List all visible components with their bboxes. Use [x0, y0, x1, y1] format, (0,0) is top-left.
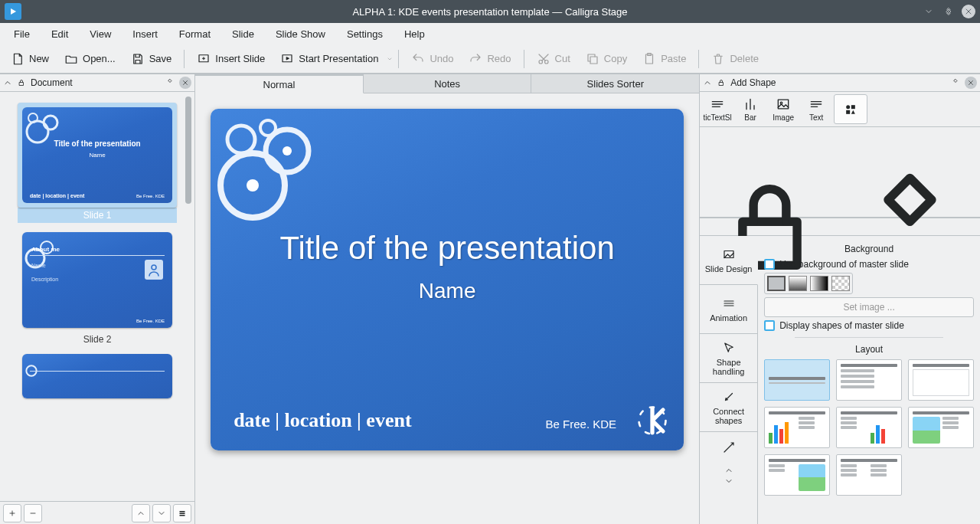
- add-slide-button[interactable]: [3, 504, 21, 522]
- new-button[interactable]: New: [5, 49, 55, 69]
- toolbar: New Open... Save Insert Slide Start Pres…: [0, 44, 980, 74]
- slide-menu-button[interactable]: [173, 504, 191, 522]
- tab-normal[interactable]: Normal: [195, 74, 364, 93]
- panel-close-button[interactable]: [965, 77, 977, 89]
- layout-title-content[interactable]: [836, 359, 902, 401]
- insert-slide-button[interactable]: Insert Slide: [191, 49, 271, 69]
- lock-icon[interactable]: [17, 78, 26, 87]
- addshape-header: Add Shape: [700, 74, 980, 92]
- svg-marker-3: [287, 57, 289, 59]
- svg-point-25: [283, 146, 292, 156]
- start-presentation-button[interactable]: Start Presentation: [274, 49, 384, 69]
- view-tabs: Normal Notes Slides Sorter: [195, 74, 699, 93]
- more-shapes-button[interactable]: [834, 94, 867, 124]
- tab-animation[interactable]: Animation: [700, 285, 757, 334]
- paste-button[interactable]: Paste: [636, 49, 692, 69]
- use-master-bg-checkbox[interactable]: Use background of master slide: [764, 259, 974, 270]
- scroll-down-icon[interactable]: [724, 477, 733, 486]
- slide-thumb-2[interactable]: About me Name Description Be Free. KDE S…: [5, 224, 190, 346]
- svg-point-22: [227, 126, 255, 153]
- open-button[interactable]: Open...: [58, 49, 122, 69]
- lock-icon[interactable]: [717, 78, 726, 87]
- minimize-button[interactable]: [922, 5, 936, 18]
- addshape-title: Add Shape: [730, 77, 776, 88]
- collapse-icon[interactable]: [703, 78, 712, 87]
- delete-button[interactable]: Delete: [705, 49, 765, 69]
- menu-file[interactable]: File: [3, 25, 41, 43]
- float-icon[interactable]: [165, 78, 175, 87]
- slide-thumb-1[interactable]: Title of the presentation Name date | lo…: [5, 95, 190, 224]
- bar-shape-button[interactable]: Bar: [735, 94, 766, 124]
- menu-format[interactable]: Format: [168, 25, 221, 43]
- slide-thumb-3[interactable]: [5, 346, 190, 400]
- redo-button[interactable]: Redo: [462, 49, 517, 69]
- artistic-text-button[interactable]: ticTextSl: [702, 94, 733, 124]
- svg-point-30: [846, 105, 850, 109]
- slide-footer-right[interactable]: Be Free. KDE: [546, 418, 617, 431]
- scroll-up-icon[interactable]: [724, 466, 733, 475]
- text-shape-button[interactable]: Text: [801, 94, 831, 124]
- tab-connect-shapes[interactable]: Connect shapes: [700, 383, 757, 432]
- slide-panel-title: Document: [31, 77, 73, 88]
- tab-more[interactable]: [700, 432, 757, 463]
- tab-notes[interactable]: Notes: [364, 74, 532, 93]
- swatch-gradient-2[interactable]: [810, 276, 828, 291]
- save-button[interactable]: Save: [125, 49, 178, 69]
- swatch-gradient[interactable]: [789, 276, 807, 291]
- menu-view[interactable]: View: [79, 25, 122, 43]
- tab-shape-handling[interactable]: Shape handling: [700, 334, 757, 383]
- svg-marker-0: [11, 8, 16, 15]
- float-icon[interactable]: [951, 78, 960, 87]
- panel-close-button[interactable]: [179, 77, 191, 89]
- svg-rect-6: [590, 57, 597, 64]
- layout-image-text[interactable]: [908, 407, 974, 448]
- undo-button[interactable]: Undo: [405, 49, 459, 69]
- background-section-title: Background: [764, 244, 974, 254]
- collapse-icon[interactable]: [3, 78, 12, 87]
- slide-footer-left[interactable]: date | location | event: [234, 409, 411, 432]
- layout-two-content[interactable]: [764, 454, 830, 496]
- layout-title-only[interactable]: [764, 359, 830, 401]
- move-up-button[interactable]: [132, 504, 150, 522]
- canvas-area[interactable]: Title of the presentation Name date | lo…: [195, 93, 699, 524]
- svg-point-15: [152, 265, 156, 270]
- menu-help[interactable]: Help: [394, 25, 436, 43]
- close-button[interactable]: [962, 5, 975, 18]
- swatch-pattern[interactable]: [831, 276, 850, 291]
- layout-chart-text[interactable]: [764, 407, 830, 448]
- set-image-button[interactable]: Set image ...: [764, 297, 974, 317]
- remove-slide-button[interactable]: [24, 504, 42, 522]
- slide-title-text[interactable]: Title of the presentation: [211, 230, 684, 267]
- svg-rect-28: [778, 100, 788, 109]
- slide-list-scrollbar[interactable]: [185, 97, 193, 496]
- svg-rect-32: [846, 110, 850, 113]
- tab-sorter[interactable]: Slides Sorter: [531, 74, 699, 93]
- layout-two-text[interactable]: [836, 454, 902, 496]
- menu-edit[interactable]: Edit: [41, 25, 79, 43]
- tab-slide-design[interactable]: Slide Design: [700, 236, 758, 285]
- slide-design-panel: Background Use background of master slid…: [758, 236, 980, 524]
- menu-insert[interactable]: Insert: [122, 25, 168, 43]
- copy-button[interactable]: Copy: [580, 49, 633, 69]
- svg-point-24: [247, 179, 259, 192]
- layout-grid: [764, 359, 974, 496]
- editor-area: Normal Notes Slides Sorter Title of the …: [195, 74, 700, 524]
- bg-color-swatches[interactable]: [764, 273, 853, 294]
- swatch-solid[interactable]: [767, 276, 786, 291]
- layout-title-blank[interactable]: [908, 359, 974, 401]
- start-presentation-dropdown[interactable]: [386, 56, 394, 62]
- svg-rect-27: [720, 83, 724, 86]
- maximize-button[interactable]: [942, 5, 956, 18]
- slide-canvas[interactable]: Title of the presentation Name date | lo…: [211, 109, 684, 450]
- display-master-shapes-checkbox[interactable]: Display shapes of master slide: [764, 320, 974, 331]
- cut-button[interactable]: Cut: [531, 49, 577, 69]
- layout-text-chart[interactable]: [836, 407, 902, 448]
- menu-slideshow[interactable]: Slide Show: [265, 25, 336, 43]
- props-header: [700, 218, 980, 236]
- menu-settings[interactable]: Settings: [336, 25, 394, 43]
- slide-list-footer: [0, 501, 194, 524]
- menu-slide[interactable]: Slide: [221, 25, 265, 43]
- image-shape-button[interactable]: Image: [768, 94, 799, 124]
- move-down-button[interactable]: [152, 504, 171, 522]
- slide-subtitle-text[interactable]: Name: [211, 279, 684, 303]
